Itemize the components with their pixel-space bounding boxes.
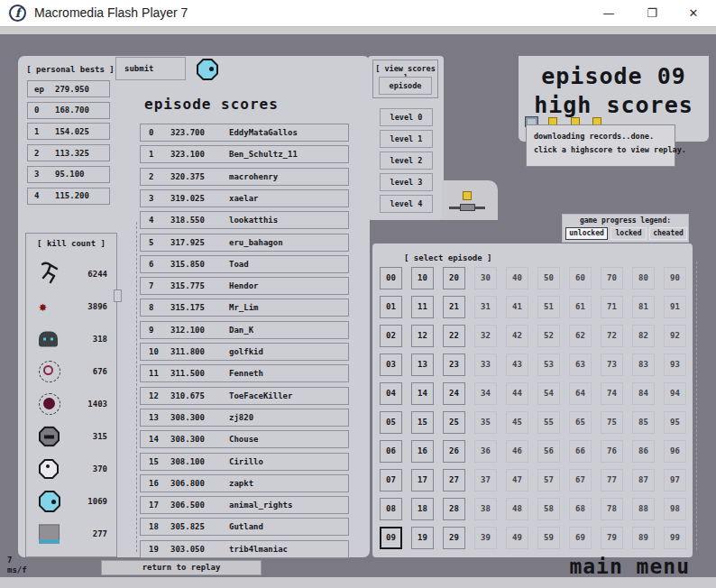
highscore-row[interactable]: 11 311.500 Fenneth [140, 364, 349, 382]
episode-cell-64[interactable]: 64 [569, 382, 592, 405]
highscore-row[interactable]: 9 312.100 Dan_K [140, 321, 349, 339]
episode-cell-04[interactable]: 04 [380, 382, 402, 405]
episode-cell-41[interactable]: 41 [506, 296, 528, 318]
episode-cell-08[interactable]: 08 [380, 498, 402, 520]
episode-cell-38[interactable]: 38 [474, 498, 497, 520]
episode-cell-81[interactable]: 81 [632, 296, 655, 318]
level-button-2[interactable]: level 2 [380, 152, 433, 170]
episode-cell-44[interactable]: 44 [506, 382, 528, 405]
episode-cell-75[interactable]: 75 [601, 411, 623, 434]
episode-cell-50[interactable]: 50 [537, 267, 560, 289]
episode-cell-71[interactable]: 71 [601, 296, 623, 318]
main-menu-button[interactable]: main menu [505, 555, 690, 578]
episode-cell-24[interactable]: 24 [443, 382, 465, 405]
episode-cell-97[interactable]: 97 [664, 469, 686, 492]
episode-cell-58[interactable]: 58 [537, 498, 560, 520]
episode-cell-35[interactable]: 35 [474, 411, 497, 434]
highscore-row[interactable]: 0 323.700 EddyMataGallos [140, 124, 349, 142]
episode-cell-30[interactable]: 30 [474, 267, 497, 289]
episode-cell-56[interactable]: 56 [537, 440, 560, 463]
episode-cell-53[interactable]: 53 [537, 354, 560, 376]
highscore-row[interactable]: 6 315.850 Toad [140, 255, 349, 273]
episode-cell-20[interactable]: 20 [443, 267, 465, 289]
episode-cell-09[interactable]: 09 [380, 527, 402, 549]
episode-cell-74[interactable]: 74 [601, 382, 623, 405]
episode-cell-19[interactable]: 19 [411, 527, 434, 549]
episode-cell-02[interactable]: 02 [380, 325, 402, 347]
highscore-row[interactable]: 3 319.025 xaelar [140, 189, 349, 207]
level-button-0[interactable]: level 0 [380, 108, 433, 126]
episode-cell-39[interactable]: 39 [474, 527, 497, 549]
episode-cell-37[interactable]: 37 [474, 469, 497, 492]
episode-cell-36[interactable]: 36 [474, 440, 497, 463]
episode-cell-14[interactable]: 14 [411, 382, 434, 405]
close-button[interactable]: ✕ [673, 0, 714, 27]
highscore-row[interactable]: 4 318.550 lookatthis [140, 211, 349, 229]
highscore-row[interactable]: 17 306.500 animal_rights [140, 496, 349, 514]
episode-cell-69[interactable]: 69 [569, 527, 592, 549]
episode-cell-67[interactable]: 67 [569, 469, 592, 492]
episode-cell-98[interactable]: 98 [664, 498, 686, 520]
scrollbar-handle[interactable] [114, 289, 122, 302]
episode-cell-12[interactable]: 12 [411, 325, 434, 347]
episode-cell-06[interactable]: 06 [380, 440, 402, 463]
episode-cell-40[interactable]: 40 [506, 267, 528, 289]
episode-cell-87[interactable]: 87 [632, 469, 655, 492]
episode-cell-60[interactable]: 60 [569, 267, 592, 289]
view-episode-button[interactable]: episode [379, 77, 432, 95]
episode-cell-92[interactable]: 92 [664, 325, 686, 347]
episode-cell-10[interactable]: 10 [411, 267, 434, 289]
episode-cell-00[interactable]: 00 [380, 267, 402, 289]
episode-cell-21[interactable]: 21 [443, 296, 465, 318]
episode-cell-01[interactable]: 01 [380, 296, 402, 318]
episode-cell-79[interactable]: 79 [601, 527, 623, 549]
episode-cell-27[interactable]: 27 [443, 469, 465, 492]
episode-cell-76[interactable]: 76 [601, 440, 623, 463]
submit-button[interactable]: submit [115, 57, 186, 80]
highscore-row[interactable]: 19 303.050 trib4lmaniac [140, 540, 349, 558]
episode-cell-05[interactable]: 05 [380, 411, 402, 434]
level-button-4[interactable]: level 4 [380, 195, 433, 213]
episode-cell-33[interactable]: 33 [474, 354, 497, 376]
highscore-row[interactable]: 2 320.375 macrohenry [140, 168, 349, 186]
highscore-row[interactable]: 14 308.300 Chouse [140, 430, 349, 448]
highscore-row[interactable]: 12 310.675 ToeFaceKiller [140, 387, 349, 405]
episode-cell-61[interactable]: 61 [569, 296, 592, 318]
episode-cell-49[interactable]: 49 [506, 527, 528, 549]
episode-cell-15[interactable]: 15 [411, 411, 434, 434]
episode-cell-85[interactable]: 85 [632, 411, 655, 434]
episode-cell-73[interactable]: 73 [601, 354, 623, 376]
episode-cell-54[interactable]: 54 [537, 382, 560, 405]
episode-cell-03[interactable]: 03 [380, 354, 402, 376]
episode-cell-78[interactable]: 78 [601, 498, 623, 520]
episode-cell-51[interactable]: 51 [537, 296, 560, 318]
episode-cell-29[interactable]: 29 [443, 527, 465, 549]
episode-cell-47[interactable]: 47 [506, 469, 528, 492]
highscore-row[interactable]: 8 315.175 Mr_Lim [140, 299, 349, 317]
episode-cell-83[interactable]: 83 [632, 354, 655, 376]
episode-cell-89[interactable]: 89 [632, 527, 655, 549]
episode-cell-82[interactable]: 82 [632, 325, 655, 347]
episode-cell-90[interactable]: 90 [664, 267, 686, 289]
episode-cell-99[interactable]: 99 [664, 527, 686, 549]
episode-cell-63[interactable]: 63 [569, 354, 592, 376]
episode-cell-34[interactable]: 34 [474, 382, 497, 405]
episode-cell-70[interactable]: 70 [601, 267, 623, 289]
episode-cell-46[interactable]: 46 [506, 440, 528, 463]
episode-cell-80[interactable]: 80 [632, 267, 655, 289]
episode-cell-59[interactable]: 59 [537, 527, 560, 549]
episode-cell-22[interactable]: 22 [443, 325, 465, 347]
episode-cell-18[interactable]: 18 [411, 498, 434, 520]
episode-cell-31[interactable]: 31 [474, 296, 497, 318]
episode-cell-17[interactable]: 17 [411, 469, 434, 492]
highscore-row[interactable]: 10 311.800 golfkid [140, 343, 349, 361]
episode-cell-11[interactable]: 11 [411, 296, 434, 318]
highscore-row[interactable]: 16 306.800 zapkt [140, 474, 349, 492]
episode-cell-68[interactable]: 68 [569, 498, 592, 520]
episode-cell-77[interactable]: 77 [601, 469, 623, 492]
episode-cell-25[interactable]: 25 [443, 411, 465, 434]
highscore-row[interactable]: 15 308.100 Cirillo [140, 453, 349, 471]
episode-cell-55[interactable]: 55 [537, 411, 560, 434]
episode-cell-45[interactable]: 45 [506, 411, 528, 434]
episode-cell-32[interactable]: 32 [474, 325, 497, 347]
